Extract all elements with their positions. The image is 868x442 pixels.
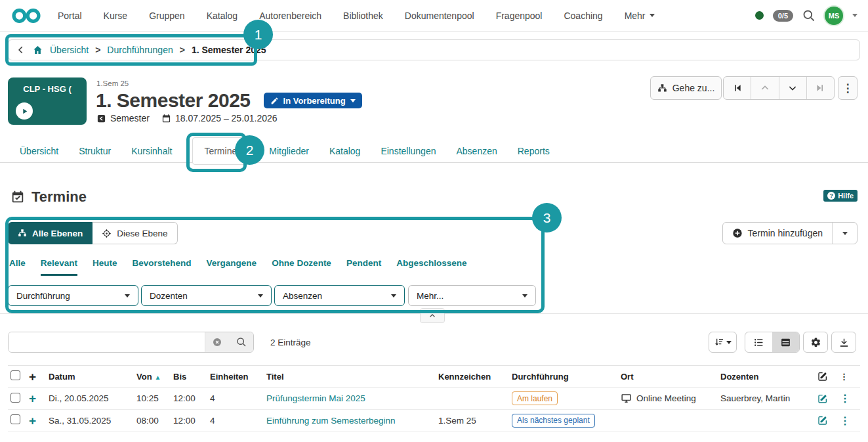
chevron-down-icon [522, 294, 527, 298]
submit-search-button[interactable] [229, 332, 253, 352]
termin-link[interactable]: Einführung zum Semesterbeginn [266, 416, 396, 426]
row-kebab-menu[interactable]: ⋮ [837, 387, 860, 410]
col-bis[interactable]: Bis [171, 366, 207, 387]
status-dropdown-button[interactable]: In Vorbereitung [264, 93, 362, 108]
location-label: Online Meeting [636, 393, 696, 403]
filter-relevant[interactable]: Relevant [41, 258, 77, 276]
select-all-checkbox[interactable] [10, 370, 20, 380]
nav-item-dokumentenpool[interactable]: Dokumentenpool [405, 11, 474, 21]
row-expand-icon[interactable]: + [29, 414, 36, 428]
dropdown-absenzen[interactable]: Absenzen [274, 285, 405, 306]
scope-this-level-button[interactable]: Diese Ebene [93, 222, 177, 244]
scope-all-levels-button[interactable]: Alle Ebenen [8, 222, 93, 244]
col-datum[interactable]: Datum [46, 366, 134, 387]
nav-item-gruppen[interactable]: Gruppen [149, 11, 184, 21]
edit-icon [817, 415, 828, 426]
col-ort[interactable]: Ort [618, 366, 718, 387]
termin-link[interactable]: Prüfungstermin Mai 2025 [266, 393, 365, 403]
list-view-button[interactable] [745, 332, 772, 352]
nav-item-kurse[interactable]: Kurse [104, 11, 128, 21]
col-durchfuehrung[interactable]: Durchführung [509, 366, 618, 387]
skip-last-icon[interactable] [807, 77, 834, 99]
chevron-down-icon [125, 294, 130, 298]
filter-bevorstehend[interactable]: Bevorstehend [133, 258, 192, 276]
nav-item-portal[interactable]: Portal [58, 11, 82, 21]
course-type: Semester [96, 113, 150, 123]
sitemap-icon [657, 83, 667, 93]
table-kebab-menu[interactable]: ⋮ [837, 366, 860, 387]
tab-mitglieder[interactable]: Mitglieder [269, 146, 309, 156]
search-input[interactable] [9, 332, 205, 352]
nav-item-coaching[interactable]: Coaching [564, 11, 602, 21]
row-expand-icon[interactable]: + [29, 391, 36, 405]
header-kebab-menu[interactable]: ⋮ [838, 76, 858, 100]
nav-item-autorenbereich[interactable]: Autorenbereich [259, 11, 321, 21]
sort-button[interactable] [709, 332, 737, 353]
dropdown-dozenten[interactable]: Dozenten [141, 285, 272, 306]
table-row[interactable]: + Di., 20.05.2025 10:25 12:00 4 Prüfungs… [8, 387, 860, 410]
course-dates-label: 18.07.2025 – 25.01.2026 [175, 113, 278, 123]
page-title: 1. Semester 2025 [96, 89, 251, 112]
cell-to: 12:00 [171, 387, 207, 410]
tab-struktur[interactable]: Struktur [79, 146, 111, 156]
nav-item-mehr[interactable]: Mehr [625, 11, 655, 21]
table-view-button[interactable] [772, 332, 799, 352]
tab-katalog[interactable]: Katalog [329, 146, 360, 156]
table-header-row: + Datum Von▲ Bis Einheiten Titel Kennzei… [8, 366, 860, 387]
dropdown-mehr[interactable]: Mehr... [408, 285, 536, 306]
row-edit-button[interactable] [815, 410, 837, 431]
nav-item-katalog[interactable]: Katalog [207, 11, 238, 21]
course-tile-label: CLP - HSG ( [14, 84, 80, 94]
col-dozenten[interactable]: Dozenten [718, 366, 815, 387]
breadcrumb-separator: > [180, 45, 185, 55]
tab-uebersicht[interactable]: Übersicht [20, 146, 58, 156]
add-termin-dropdown[interactable] [832, 223, 857, 244]
add-termin-button[interactable]: Termin hinzufügen [723, 223, 832, 244]
add-row-icon[interactable]: + [29, 370, 36, 384]
back-chevron-icon[interactable] [16, 45, 26, 55]
search-icon[interactable] [802, 9, 816, 22]
filter-vergangene[interactable]: Vergangene [207, 258, 257, 276]
tab-reports[interactable]: Reports [518, 146, 550, 156]
chevron-down-icon[interactable] [852, 14, 858, 17]
chevron-down-icon[interactable] [779, 77, 807, 99]
nav-item-fragenpool[interactable]: Fragenpool [496, 11, 543, 21]
col-kennzeichen[interactable]: Kennzeichen [436, 366, 509, 387]
row-checkbox[interactable] [10, 393, 20, 403]
col-von[interactable]: Von▲ [134, 366, 171, 387]
skip-first-icon[interactable] [724, 77, 751, 99]
table-row[interactable]: + Sa., 31.05.2025 08:00 12:00 4 Einführu… [8, 410, 860, 431]
help-button[interactable]: ? Hilfe [823, 190, 858, 202]
tab-kursinhalt[interactable]: Kursinhalt [131, 146, 172, 156]
course-thumbnail-tile[interactable]: CLP - HSG ( [8, 77, 87, 125]
nav-item-bibliothek[interactable]: Bibliothek [343, 11, 383, 21]
filter-abgeschlossene[interactable]: Abgeschlossene [396, 258, 466, 276]
tab-absenzen[interactable]: Absenzen [456, 146, 497, 156]
col-titel[interactable]: Titel [264, 366, 436, 387]
dropdown-durchfuehrung[interactable]: Durchführung [8, 285, 138, 306]
bulk-edit-button[interactable] [815, 366, 837, 387]
brand-logo-infinity-icon[interactable] [12, 8, 41, 24]
table-settings-button[interactable] [803, 332, 828, 353]
play-icon[interactable] [16, 102, 33, 120]
row-kebab-menu[interactable]: ⋮ [837, 410, 860, 431]
home-icon[interactable] [32, 45, 43, 55]
chevron-up-icon[interactable] [751, 77, 779, 99]
row-edit-button[interactable] [815, 387, 837, 410]
dropdown-durchfuehrung-label: Durchführung [16, 291, 70, 301]
course-type-label: Semester [110, 113, 150, 123]
filter-heute[interactable]: Heute [93, 258, 117, 276]
user-avatar[interactable]: MS [825, 7, 843, 25]
breadcrumb-link-durchfuehrungen[interactable]: Durchführungen [107, 45, 173, 55]
tab-einstellungen[interactable]: Einstellungen [381, 146, 436, 156]
goto-button[interactable]: Gehe zu... [650, 76, 722, 100]
filter-alle[interactable]: Alle [9, 258, 26, 276]
clear-search-button[interactable] [205, 332, 229, 352]
collapse-filters-button[interactable] [420, 308, 445, 323]
row-checkbox[interactable] [10, 414, 20, 424]
download-button[interactable] [831, 332, 856, 353]
filter-ohne-dozente[interactable]: Ohne Dozente [272, 258, 331, 276]
col-einheiten[interactable]: Einheiten [207, 366, 264, 387]
breadcrumb-link-uebersicht[interactable]: Übersicht [50, 45, 89, 55]
filter-pendent[interactable]: Pendent [346, 258, 381, 276]
